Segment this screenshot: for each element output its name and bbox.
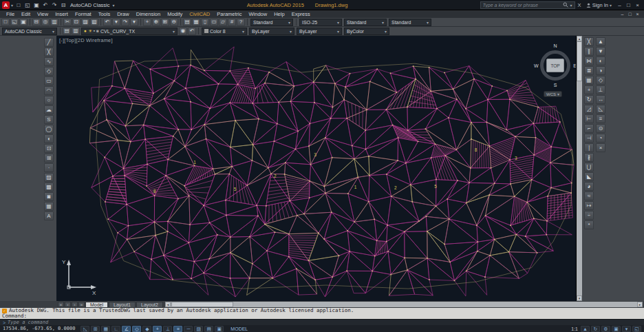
copy-clip-icon[interactable]: ⊡ bbox=[72, 19, 80, 26]
tab-model[interactable]: Model bbox=[85, 302, 108, 308]
mirror-icon[interactable]: ⋈ bbox=[584, 56, 594, 65]
viewcube-west[interactable]: W bbox=[534, 63, 539, 68]
workspace-switch-button[interactable]: ⚙ bbox=[601, 326, 610, 332]
bring-above-icon[interactable]: ◐ bbox=[596, 56, 605, 65]
revision-cloud-icon[interactable]: ☁ bbox=[44, 105, 54, 114]
tab-layout1[interactable]: Layout1 bbox=[109, 302, 136, 308]
command-history[interactable]: ✓ Autodesk DWG. This file is a TrustedDW… bbox=[0, 308, 644, 319]
sheet-set-manager-icon[interactable]: ▭ bbox=[210, 19, 218, 26]
last-tab-button[interactable]: » bbox=[78, 302, 85, 307]
menu-dimension[interactable]: Dimension bbox=[133, 11, 164, 17]
mdi-restore-button[interactable]: □ bbox=[626, 11, 634, 17]
save-icon[interactable]: ▣ bbox=[32, 1, 41, 9]
rotate-icon[interactable]: ↻ bbox=[584, 95, 594, 104]
cut-icon[interactable]: ✂ bbox=[63, 19, 72, 26]
autocad-logo-icon[interactable]: A bbox=[2, 1, 10, 9]
vscroll-thumb[interactable] bbox=[577, 41, 582, 81]
polyline-icon[interactable]: ∿ bbox=[44, 57, 54, 66]
menu-help[interactable]: Help bbox=[270, 11, 288, 17]
transparency-toggle[interactable]: ▨ bbox=[194, 326, 203, 332]
drawing-viewport[interactable]: [-][Top][2D Wireframe] 8152312583 N S W … bbox=[56, 36, 577, 301]
ellipse-arc-icon[interactable]: ◖ bbox=[44, 134, 54, 143]
layer-states-icon[interactable]: ▥ bbox=[72, 28, 80, 35]
first-tab-button[interactable]: « bbox=[58, 302, 64, 307]
hatch-icon[interactable]: ▨ bbox=[44, 173, 54, 182]
wcs-button[interactable]: WCS ▾ bbox=[544, 91, 562, 97]
multiline-text-icon[interactable]: A bbox=[44, 211, 54, 220]
cursor-coordinates[interactable]: 17534.86, -673.65, 0.0000 bbox=[3, 326, 75, 331]
exchange-apps-icon[interactable]: X bbox=[577, 2, 583, 8]
make-block-icon[interactable]: ⊞ bbox=[44, 154, 54, 163]
dynamic-input-toggle[interactable]: ≡ bbox=[173, 326, 182, 332]
layer-sun-icon[interactable]: ☀ bbox=[88, 29, 92, 34]
lengthen-icon[interactable]: ↦ bbox=[584, 201, 594, 210]
fillet-icon[interactable]: ◕ bbox=[584, 182, 594, 191]
scroll-right-button[interactable]: ▸ bbox=[637, 302, 643, 307]
color-combo[interactable]: Color 8▾ bbox=[202, 28, 247, 35]
scale-icon[interactable]: ◿ bbox=[584, 105, 594, 114]
text-style-combo[interactable]: Standard▾ bbox=[250, 19, 293, 26]
layer-properties-icon[interactable]: ▤ bbox=[63, 28, 71, 35]
workspace-caret-icon[interactable]: ▾ bbox=[113, 3, 115, 8]
zoom-realtime-icon[interactable]: ⊕ bbox=[152, 19, 160, 26]
view-cube[interactable]: N S W E TOP bbox=[534, 44, 577, 87]
autoscale-toggle[interactable]: ↻ bbox=[591, 326, 600, 332]
ortho-mode-toggle[interactable]: ∟ bbox=[111, 326, 120, 332]
dim-style-combo[interactable]: ISO-25▾ bbox=[299, 19, 342, 26]
zoom-window-icon[interactable]: ⊞ bbox=[161, 19, 169, 26]
named-ucs-icon[interactable]: ⊥ bbox=[596, 85, 605, 94]
menu-format[interactable]: Format bbox=[72, 11, 95, 17]
plot-icon[interactable]: ⊟ bbox=[32, 19, 41, 26]
stretch-icon[interactable]: ⊢ bbox=[584, 114, 594, 123]
layer-lock-icon[interactable]: ▪ bbox=[94, 29, 95, 34]
scroll-down-button[interactable]: ▾ bbox=[577, 295, 582, 301]
viewcube-south[interactable]: S bbox=[554, 83, 557, 87]
area-icon[interactable]: ◺ bbox=[596, 105, 605, 114]
region-icon[interactable]: ◙ bbox=[44, 192, 54, 201]
bring-to-front-icon[interactable]: ▲ bbox=[596, 37, 605, 46]
scroll-left-button[interactable]: ◂ bbox=[165, 302, 171, 307]
move-icon[interactable]: + bbox=[584, 85, 594, 94]
qnew-icon[interactable]: □ bbox=[1, 19, 10, 26]
close-button[interactable]: × bbox=[633, 1, 642, 9]
list-icon[interactable]: ≡ bbox=[596, 114, 605, 123]
lineweight-combo[interactable]: ByLayer▾ bbox=[297, 28, 342, 35]
divide-icon[interactable]: ÷ bbox=[584, 211, 594, 220]
menu-express[interactable]: Express bbox=[288, 11, 314, 17]
tab-layout2[interactable]: Layout2 bbox=[136, 302, 163, 308]
distance-icon[interactable]: ↔ bbox=[596, 95, 605, 104]
break-at-point-icon[interactable]: ∣ bbox=[584, 143, 594, 152]
plot-preview-icon[interactable]: ◎ bbox=[41, 19, 50, 26]
extend-icon[interactable]: ⊣ bbox=[584, 134, 594, 143]
mdi-minimize-button[interactable]: – bbox=[619, 11, 626, 17]
statusbar-menu-button[interactable]: ▾ bbox=[622, 326, 631, 332]
table-icon[interactable]: ▦ bbox=[44, 202, 54, 211]
3d-object-snap-toggle[interactable]: ◆ bbox=[142, 326, 151, 332]
viewport-hscrollbar[interactable]: ◂ ▸ bbox=[165, 302, 643, 307]
search-caret-icon[interactable]: ▾ bbox=[570, 3, 572, 8]
object-snap-toggle[interactable]: ◇ bbox=[132, 326, 141, 332]
paste-icon[interactable]: ▨ bbox=[81, 19, 89, 26]
join-icon[interactable]: ⋃ bbox=[584, 163, 594, 172]
chamfer-icon[interactable]: ◣ bbox=[584, 172, 594, 181]
menu-edit[interactable]: Edit bbox=[18, 11, 34, 17]
plotstyle-combo[interactable]: ByColor▾ bbox=[344, 28, 389, 35]
make-object-layer-current-icon[interactable]: ◉ bbox=[179, 28, 187, 35]
mleader-style-combo[interactable]: Standard▾ bbox=[389, 19, 431, 26]
match-properties-icon[interactable]: ▧ bbox=[90, 19, 98, 26]
purge-icon[interactable]: × bbox=[596, 143, 605, 152]
menu-window[interactable]: Window bbox=[246, 11, 271, 17]
layer-previous-icon[interactable]: ↶ bbox=[188, 28, 196, 35]
viewport-vscrollbar[interactable]: ▴ ▾ bbox=[577, 36, 582, 301]
viewcube-north[interactable]: N bbox=[553, 43, 557, 48]
minimize-button[interactable]: – bbox=[615, 1, 624, 9]
menu-parametric[interactable]: Parametric bbox=[213, 11, 245, 17]
quick-properties-toggle[interactable]: ▤ bbox=[204, 326, 213, 332]
markup-set-manager-icon[interactable]: ▱ bbox=[219, 19, 227, 26]
array-icon[interactable]: ▦ bbox=[584, 76, 594, 85]
app-menu-caret-icon[interactable]: ▾ bbox=[11, 3, 13, 8]
lineweight-toggle[interactable]: ─ bbox=[184, 326, 193, 332]
hscroll-thumb[interactable] bbox=[171, 302, 233, 307]
next-tab-button[interactable]: › bbox=[72, 302, 78, 307]
publish-icon[interactable]: ▥ bbox=[50, 19, 58, 26]
